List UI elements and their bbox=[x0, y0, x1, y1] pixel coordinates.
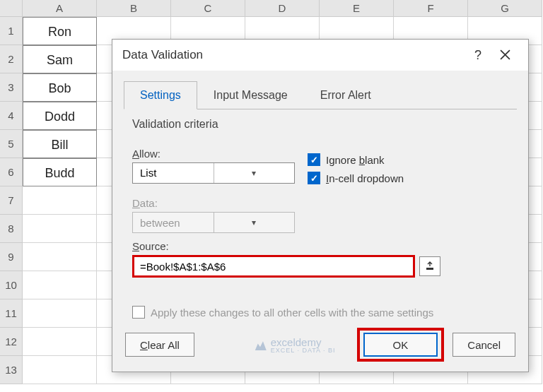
svg-rect-0 bbox=[426, 268, 433, 270]
cell[interactable]: Dodd bbox=[23, 102, 97, 130]
help-button[interactable]: ? bbox=[465, 48, 491, 63]
source-input-highlight bbox=[132, 255, 415, 278]
row-header-10[interactable]: 10 bbox=[0, 271, 23, 299]
tab-error-alert[interactable]: Error Alert bbox=[304, 81, 387, 109]
tab-input-message[interactable]: Input Message bbox=[197, 81, 304, 109]
range-picker-button[interactable] bbox=[419, 256, 440, 276]
row-header-9[interactable]: 9 bbox=[0, 243, 23, 271]
collapse-icon bbox=[425, 261, 435, 271]
check-icon: ✓ bbox=[308, 153, 320, 166]
col-header-E[interactable]: E bbox=[320, 0, 394, 17]
row-header-2[interactable]: 2 bbox=[0, 45, 23, 73]
allow-value: List bbox=[133, 167, 214, 179]
col-header-B[interactable]: B bbox=[97, 0, 171, 17]
check-icon: ✓ bbox=[308, 172, 320, 184]
cell[interactable] bbox=[23, 215, 97, 243]
close-button[interactable] bbox=[491, 47, 518, 64]
row-header-4[interactable]: 4 bbox=[0, 102, 23, 130]
row-header-1[interactable]: 1 bbox=[0, 17, 23, 45]
settings-pane: Validation criteria Allow: List ▾ ✓ Igno… bbox=[112, 109, 528, 319]
chevron-down-icon: ▾ bbox=[214, 163, 295, 183]
row-header-11[interactable]: 11 bbox=[0, 299, 23, 328]
select-all-corner[interactable] bbox=[0, 0, 23, 17]
row-header-8[interactable]: 8 bbox=[0, 215, 23, 243]
data-label: Data: bbox=[132, 197, 295, 209]
apply-all-checkbox: Apply these changes to all other cells w… bbox=[132, 306, 508, 319]
cell[interactable]: Budd bbox=[23, 158, 97, 186]
cell[interactable]: Ron bbox=[23, 17, 97, 45]
col-header-F[interactable]: F bbox=[394, 0, 468, 17]
cell[interactable] bbox=[23, 186, 97, 215]
source-input[interactable] bbox=[134, 261, 413, 273]
ok-highlight: OK bbox=[357, 328, 445, 362]
data-combo: between ▾ bbox=[132, 212, 295, 233]
col-header-C[interactable]: C bbox=[171, 0, 245, 17]
incell-dropdown-checkbox[interactable]: ✓ In-cell dropdown bbox=[308, 172, 404, 184]
cell[interactable]: Sam bbox=[23, 45, 97, 73]
col-header-A[interactable]: A bbox=[23, 0, 97, 17]
row-header-3[interactable]: 3 bbox=[0, 73, 23, 102]
logo-icon bbox=[255, 339, 267, 350]
row-header-5[interactable]: 5 bbox=[0, 130, 23, 158]
dialog-title: Data Validation bbox=[122, 48, 465, 62]
row-header-7[interactable]: 7 bbox=[0, 186, 23, 215]
row-header-12[interactable]: 12 bbox=[0, 328, 23, 356]
ignore-blank-checkbox[interactable]: ✓ Ignore blank bbox=[308, 153, 404, 166]
cell[interactable] bbox=[23, 243, 97, 271]
row-header-13[interactable]: 13 bbox=[0, 356, 23, 384]
row-header-6[interactable]: 6 bbox=[0, 158, 23, 186]
cell[interactable]: Bill bbox=[23, 130, 97, 158]
cell[interactable]: Bob bbox=[23, 73, 97, 102]
col-header-G[interactable]: G bbox=[468, 0, 542, 17]
watermark: exceldemy EXCEL · DATA · BI bbox=[255, 336, 336, 354]
dialog-tabs: Settings Input Message Error Alert bbox=[124, 81, 517, 109]
cell[interactable] bbox=[23, 299, 97, 328]
data-validation-dialog: Data Validation ? Settings Input Message… bbox=[112, 39, 529, 372]
col-header-D[interactable]: D bbox=[245, 0, 320, 17]
checkbox-empty-icon bbox=[132, 306, 145, 319]
data-value: between bbox=[133, 217, 214, 229]
chevron-down-icon: ▾ bbox=[214, 213, 295, 232]
allow-label: Allow: bbox=[132, 148, 295, 160]
close-icon bbox=[500, 49, 510, 60]
tab-settings[interactable]: Settings bbox=[124, 81, 197, 109]
dialog-titlebar: Data Validation ? bbox=[112, 40, 528, 71]
cell[interactable] bbox=[23, 271, 97, 299]
cell[interactable] bbox=[23, 328, 97, 356]
allow-combo[interactable]: List ▾ bbox=[132, 162, 295, 184]
clear-all-button[interactable]: Clear All bbox=[125, 333, 194, 357]
cancel-button[interactable]: Cancel bbox=[452, 333, 515, 357]
validation-criteria-label: Validation criteria bbox=[132, 118, 508, 131]
cell[interactable] bbox=[23, 356, 97, 384]
ok-button[interactable]: OK bbox=[363, 333, 438, 357]
source-label: Source: bbox=[132, 240, 508, 252]
